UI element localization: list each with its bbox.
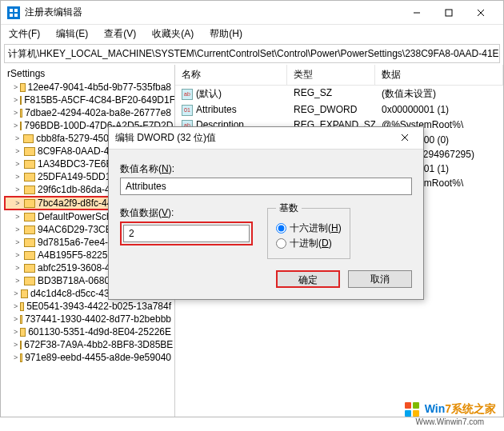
tree-item-label: F815B5-A5CF-4C84-BF20-649D1F7 [24,94,175,106]
svg-rect-5 [446,10,452,16]
col-name[interactable]: 名称 [175,65,287,85]
ok-button[interactable]: 确定 [276,270,340,288]
cancel-button[interactable]: 取消 [348,270,412,288]
folder-icon [20,315,22,324]
tree-item[interactable]: >672F38-7A9A-4bb2-8BF8-3D85BE [4,338,174,351]
binary-value-icon: 01 [182,105,193,116]
tree-item[interactable]: >7dbae2-4294-402a-ba8e-26777e8 [4,106,174,119]
expand-icon[interactable]: > [14,122,18,130]
tree-item-label: 971e89-eebd-4455-a8de-9e59040 [25,352,171,363]
expand-icon[interactable]: > [14,173,22,181]
menu-file[interactable]: 文件(F) [4,26,45,42]
menu-view[interactable]: 查看(V) [99,26,141,42]
folder-icon [24,199,35,208]
expand-icon[interactable]: > [14,147,22,155]
tree-item[interactable]: >737441-1930-4402-8d77-b2bebbb [4,313,174,325]
close-button[interactable] [465,2,497,24]
expand-icon[interactable]: > [14,264,22,272]
expand-icon[interactable]: > [14,277,22,285]
value-type: REG_SZ [287,87,375,101]
tree-item-label: 601130-5351-4d9d-8E04-25226E [28,326,171,337]
col-type[interactable]: 类型 [287,65,375,85]
dialog-title: 编辑 DWORD (32 位)值 [115,131,393,145]
expand-icon[interactable]: > [14,251,22,259]
expand-icon[interactable]: > [14,238,22,246]
minimize-button[interactable] [401,2,433,24]
value-data-label: 数值数据(V): [120,206,253,220]
folder-icon [21,289,28,298]
folder-icon [24,186,35,194]
folder-icon [24,238,35,247]
value-name-label: 数值名称(N): [120,162,412,176]
tree-header: rSettings [4,66,174,81]
expand-icon[interactable]: > [14,328,18,336]
tree-item[interactable]: >601130-5351-4d9d-8E04-25226E [4,325,174,338]
window-title: 注册表编辑器 [25,6,401,19]
menu-help[interactable]: 帮助(H) [205,26,247,42]
tree-item[interactable]: >5E0541-3943-4422-b025-13a784f [4,300,174,313]
tree-item[interactable]: >F815B5-A5CF-4C84-BF20-649D1F7 [4,94,174,106]
list-row[interactable]: 01AttributesREG_DWORD0x00000001 (1) [175,102,503,118]
dialog-buttons: 确定 取消 [120,270,412,288]
list-row[interactable]: ab(默认)REG_SZ(数值未设置) [175,86,503,102]
svg-rect-3 [14,14,18,17]
radio-dec-input[interactable] [276,238,286,249]
expand-icon[interactable]: > [14,96,18,104]
folder-icon [24,147,35,156]
dialog-close-button[interactable] [393,133,417,144]
expand-icon[interactable]: > [14,289,18,297]
radio-dec[interactable]: 十进制(D) [276,237,342,250]
expand-icon[interactable]: > [14,160,22,168]
value-data: (数值未设置) [375,87,503,101]
folder-icon [23,134,34,143]
radio-hex[interactable]: 十六进制(H) [276,221,342,235]
value-name: Attributes [196,104,237,115]
expand-icon[interactable]: > [14,83,18,91]
expand-icon[interactable]: > [14,353,18,361]
folder-icon [20,353,22,362]
menu-edit[interactable]: 编辑(E) [51,26,93,42]
folder-icon [20,328,26,337]
base-legend: 基数 [276,202,302,215]
folder-icon [24,173,35,182]
col-data[interactable]: 数据 [375,65,503,85]
radio-hex-input[interactable] [276,223,286,233]
tree-item[interactable]: >971e89-eebd-4455-a8de-9e59040 [4,351,174,364]
expand-icon[interactable]: > [14,315,18,323]
tree-item-label: 5E0541-3943-4422-b025-13a784f [26,301,171,312]
windows-logo-icon [404,401,420,417]
expand-icon[interactable]: > [14,134,21,142]
watermark: Win7系统之家 Www.Winwin7.com [404,401,496,426]
value-type: REG_DWORD [287,104,375,116]
folder-icon [20,341,22,349]
dialog-body: 数值名称(N): 数值数据(V): 基数 十六进制(H) [109,150,423,299]
expand-icon[interactable]: > [14,199,22,207]
value-data: 0x00000001 (1) [375,104,503,116]
folder-icon [24,264,35,273]
svg-rect-2 [10,14,13,17]
tree-item-label: 12ee47-9041-4b5d-9b77-535fba8 [28,82,172,93]
value-data-input[interactable] [123,225,250,242]
edit-dword-dialog: 编辑 DWORD (32 位)值 数值名称(N): 数值数据(V): 基数 [108,126,424,300]
tree-item[interactable]: >12ee47-9041-4b5d-9b77-535fba8 [4,81,174,94]
folder-icon [20,96,22,105]
dialog-titlebar: 编辑 DWORD (32 位)值 [109,127,423,150]
expand-icon[interactable]: > [14,225,22,233]
value-name-input[interactable] [120,178,412,195]
menu-favorites[interactable]: 收藏夹(A) [147,26,198,42]
folder-icon [20,83,25,92]
maximize-button[interactable] [433,2,465,24]
folder-icon [20,122,22,130]
folder-icon [24,213,35,221]
expand-icon[interactable]: > [14,186,22,194]
tree-item-label: 7dbae2-4294-402a-ba8e-26777e8 [25,107,171,118]
expand-icon[interactable]: > [14,341,18,349]
expand-icon[interactable]: > [14,302,18,310]
svg-rect-0 [10,9,13,12]
expand-icon[interactable]: > [14,109,18,117]
expand-icon[interactable]: > [14,213,22,221]
address-bar[interactable]: 计算机\HKEY_LOCAL_MACHINE\SYSTEM\CurrentCon… [4,44,500,63]
folder-icon [24,160,35,169]
menubar: 文件(F) 编辑(E) 查看(V) 收藏夹(A) 帮助(H) [1,25,503,42]
window-controls [401,2,497,24]
